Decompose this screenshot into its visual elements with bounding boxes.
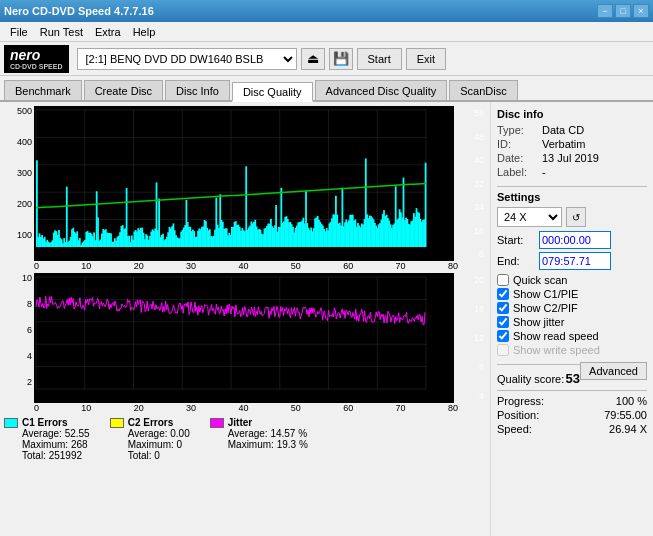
c2-average: 0.00 <box>170 428 189 439</box>
bottom-chart-wrapper: 10 8 6 4 2 20 16 12 8 4 <box>0 271 490 403</box>
show-write-speed-checkbox <box>497 344 509 356</box>
bottom-chart-y-right: 20 16 12 8 4 <box>458 273 486 403</box>
tab-advanced-disc-quality[interactable]: Advanced Disc Quality <box>315 80 448 100</box>
show-c2-row: Show C2/PIF <box>497 302 647 314</box>
title-bar: Nero CD-DVD Speed 4.7.7.16 − □ × <box>0 0 653 22</box>
progress-value: 100 % <box>616 395 647 407</box>
legend-jitter: Jitter Average: 14.57 % Maximum: 19.3 % <box>210 417 308 461</box>
bottom-chart: 20 16 12 8 4 <box>34 273 486 403</box>
tab-scan-disc[interactable]: ScanDisc <box>449 80 517 100</box>
legend-c2: C2 Errors Average: 0.00 Maximum: 0 Total… <box>110 417 190 461</box>
close-button[interactable]: × <box>633 4 649 18</box>
legend-c1: C1 Errors Average: 52.55 Maximum: 268 To… <box>4 417 90 461</box>
show-c1-checkbox[interactable] <box>497 288 509 300</box>
tab-create-disc[interactable]: Create Disc <box>84 80 163 100</box>
quality-score-label: Quality score: <box>497 373 564 385</box>
quick-scan-row: Quick scan <box>497 274 647 286</box>
top-chart-x-axis: 0 10 20 30 40 50 60 70 80 <box>0 261 490 271</box>
progress-row: Progress: 100 % <box>497 395 647 407</box>
disc-label: - <box>542 166 546 178</box>
c1-label: C1 Errors <box>22 417 68 428</box>
maximize-button[interactable]: □ <box>615 4 631 18</box>
show-jitter-row: Show jitter <box>497 316 647 328</box>
top-chart-y-left: 500 400 300 200 100 <box>4 106 34 261</box>
tab-bar: Benchmark Create Disc Disc Info Disc Qua… <box>0 76 653 102</box>
legend: C1 Errors Average: 52.55 Maximum: 268 To… <box>0 413 490 465</box>
c2-maximum: 0 <box>177 439 183 450</box>
show-c1-row: Show C1/PIE <box>497 288 647 300</box>
disc-date: 13 Jul 2019 <box>542 152 599 164</box>
show-jitter-checkbox[interactable] <box>497 316 509 328</box>
position-value: 79:55.00 <box>604 409 647 421</box>
c1-average: 52.55 <box>65 428 90 439</box>
show-write-speed-row: Show write speed <box>497 344 647 356</box>
app-title: Nero CD-DVD Speed 4.7.7.16 <box>4 5 154 17</box>
nero-logo: nero CD·DVD SPEED <box>4 45 69 73</box>
window-controls: − □ × <box>597 4 649 18</box>
progress-section: Progress: 100 % Position: 79:55.00 Speed… <box>497 395 647 435</box>
menu-run-test[interactable]: Run Test <box>34 24 89 40</box>
progress-label: Progress: <box>497 395 544 407</box>
c2-label: C2 Errors <box>128 417 174 428</box>
quality-score-value: 53 <box>566 371 580 386</box>
start-button[interactable]: Start <box>357 48 402 70</box>
menu-extra[interactable]: Extra <box>89 24 127 40</box>
top-chart-wrapper: 500 400 300 200 100 56 48 40 32 24 16 8 <box>0 102 490 261</box>
eject-button[interactable]: ⏏ <box>301 48 325 70</box>
bottom-chart-x-axis: 0 10 20 30 40 50 60 70 80 <box>0 403 490 413</box>
main-content: 500 400 300 200 100 56 48 40 32 24 16 8 <box>0 102 653 536</box>
save-button[interactable]: 💾 <box>329 48 353 70</box>
disc-id: Verbatim <box>542 138 585 150</box>
tab-disc-info[interactable]: Disc Info <box>165 80 230 100</box>
menu-help[interactable]: Help <box>127 24 162 40</box>
quality-score-row: Quality score: 53 <box>497 371 580 386</box>
c2-color <box>110 418 124 428</box>
sidebar: Disc info Type: Data CD ID: Verbatim Dat… <box>490 102 653 536</box>
speed-select[interactable]: 4 X 8 X 16 X 24 X 32 X 40 X 48 X MAX <box>497 207 562 227</box>
minimize-button[interactable]: − <box>597 4 613 18</box>
show-read-speed-checkbox[interactable] <box>497 330 509 342</box>
c1-color <box>4 418 18 428</box>
settings-section: Settings 4 X 8 X 16 X 24 X 32 X 40 X 48 … <box>497 191 647 356</box>
end-time-row: End: <box>497 252 647 270</box>
advanced-button[interactable]: Advanced <box>580 362 647 380</box>
disc-type: Data CD <box>542 124 584 136</box>
speed-label: Speed: <box>497 423 532 435</box>
divider-1 <box>497 186 647 187</box>
top-chart: 56 48 40 32 24 16 8 <box>34 106 486 261</box>
position-row: Position: 79:55.00 <box>497 409 647 421</box>
charts-panel: 500 400 300 200 100 56 48 40 32 24 16 8 <box>0 102 490 536</box>
jitter-maximum: 19.3 % <box>277 439 308 450</box>
disc-id-row: ID: Verbatim <box>497 138 647 150</box>
speed-value: 26.94 X <box>609 423 647 435</box>
divider-3 <box>497 390 647 391</box>
disc-type-row: Type: Data CD <box>497 124 647 136</box>
menu-bar: File Run Test Extra Help <box>0 22 653 42</box>
jitter-label: Jitter <box>228 417 252 428</box>
menu-file[interactable]: File <box>4 24 34 40</box>
refresh-speed-button[interactable]: ↺ <box>566 207 586 227</box>
start-time-row: Start: <box>497 231 647 249</box>
c1-total: 251992 <box>49 450 82 461</box>
position-label: Position: <box>497 409 539 421</box>
toolbar: nero CD·DVD SPEED [2:1] BENQ DVD DD DW16… <box>0 42 653 76</box>
show-c2-checkbox[interactable] <box>497 302 509 314</box>
settings-title: Settings <box>497 191 647 203</box>
tab-disc-quality[interactable]: Disc Quality <box>232 82 313 102</box>
disc-info-title: Disc info <box>497 108 647 120</box>
tab-benchmark[interactable]: Benchmark <box>4 80 82 100</box>
disc-label-row: Label: - <box>497 166 647 178</box>
jitter-color <box>210 418 224 428</box>
show-read-speed-row: Show read speed <box>497 330 647 342</box>
start-time-input[interactable] <box>539 231 611 249</box>
drive-select[interactable]: [2:1] BENQ DVD DD DW1640 BSLB <box>77 48 297 70</box>
c2-total: 0 <box>154 450 160 461</box>
speed-row: 4 X 8 X 16 X 24 X 32 X 40 X 48 X MAX ↺ <box>497 207 647 227</box>
quick-scan-checkbox[interactable] <box>497 274 509 286</box>
disc-info-section: Disc info Type: Data CD ID: Verbatim Dat… <box>497 108 647 178</box>
top-chart-y-right: 56 48 40 32 24 16 8 <box>458 106 486 261</box>
exit-button[interactable]: Exit <box>406 48 446 70</box>
end-time-input[interactable] <box>539 252 611 270</box>
c1-maximum: 268 <box>71 439 88 450</box>
bottom-chart-y-left: 10 8 6 4 2 <box>4 273 34 403</box>
